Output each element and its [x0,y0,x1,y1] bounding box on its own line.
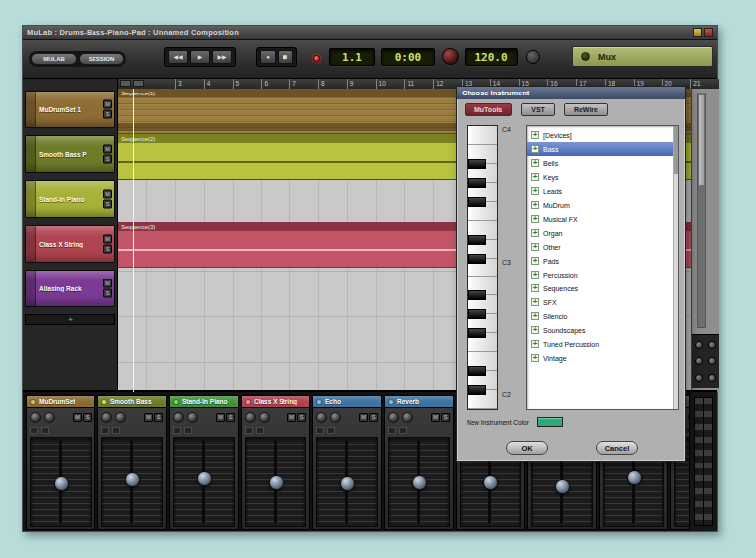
solo-button[interactable]: S [103,245,112,254]
zoom-knob[interactable] [708,357,716,365]
zoom-knob[interactable] [695,357,703,365]
dialog-tab[interactable]: MuTools [465,103,512,116]
gain-knob[interactable] [402,412,413,423]
record-button[interactable]: ● [260,50,276,64]
instrument-item[interactable]: + Leads [527,184,678,198]
volume-fader[interactable] [388,437,450,527]
zoom-knob[interactable] [695,341,703,349]
pan-knob[interactable] [316,412,327,423]
instrument-item[interactable]: + Tuned Percussion [527,337,678,351]
tap-tempo-button[interactable] [526,50,540,64]
mode-button[interactable]: MULAB [31,53,77,65]
minimize-button[interactable] [693,28,702,37]
solo-button[interactable]: S [103,155,112,164]
instrument-item[interactable]: + Vintage [527,351,678,365]
instrument-item[interactable]: + Other [527,240,678,254]
strip-option-button[interactable] [388,427,396,434]
track-item[interactable]: Aliasing Rack M S [25,270,115,307]
strip-option-button[interactable] [316,427,324,434]
mute-button[interactable]: M [73,413,82,422]
mute-button[interactable]: M [359,413,368,422]
strip-option-button[interactable] [245,427,253,434]
piano-keyboard[interactable] [467,125,498,410]
gain-knob[interactable] [44,412,55,423]
volume-fader[interactable] [173,437,235,527]
zoom-knob[interactable] [708,341,716,349]
transport-button[interactable]: ▶ [190,50,210,64]
transport-button[interactable]: ▶▶ [212,50,232,64]
solo-button[interactable]: S [226,413,235,422]
pan-knob[interactable] [388,412,399,423]
mute-button[interactable]: M [216,413,225,422]
black-key[interactable] [468,385,486,395]
strip-header[interactable]: Reverb [385,396,453,408]
solo-button[interactable]: S [103,289,112,298]
dialog-tab[interactable]: ReWire [564,103,608,116]
mute-button[interactable]: M [103,235,112,244]
instrument-item[interactable]: + Percussion [527,268,678,281]
strip-option-button[interactable] [112,427,120,434]
pan-knob[interactable] [30,412,41,423]
instrument-item[interactable]: + Keys [527,170,678,184]
mute-button[interactable]: M [103,279,112,288]
pan-knob[interactable] [173,412,184,423]
track-grip[interactable] [26,136,36,172]
black-key[interactable] [468,197,486,207]
gain-knob[interactable] [330,412,341,423]
mute-button[interactable]: M [431,413,440,422]
zoom-knob[interactable] [708,374,716,382]
white-key[interactable] [468,126,497,145]
gain-knob[interactable] [259,412,270,423]
strip-header[interactable]: Echo [313,396,381,408]
instrument-item[interactable]: + SFX [527,295,678,309]
strip-option-button[interactable] [327,427,335,434]
instrument-item[interactable]: + Musical FX [527,212,678,226]
playhead[interactable] [133,89,134,392]
strip-option-button[interactable] [256,427,264,434]
track-grip[interactable] [26,181,36,217]
black-key[interactable] [468,290,486,300]
pan-knob[interactable] [101,412,112,423]
solo-button[interactable]: S [103,110,112,119]
tempo-knob[interactable] [442,48,459,65]
pan-knob[interactable] [245,412,256,423]
instrument-item[interactable]: + MuDrum [527,198,678,212]
strip-option-button[interactable] [173,427,181,434]
vertical-scrollbar[interactable] [697,93,706,328]
black-key[interactable] [468,159,486,169]
instrument-item[interactable]: + Sequences [527,281,678,295]
strip-option-button[interactable] [41,427,49,434]
black-key[interactable] [468,254,486,264]
volume-fader[interactable] [30,437,92,527]
color-swatch[interactable] [537,417,563,427]
scrollbar-thumb[interactable] [699,95,704,185]
instrument-item[interactable]: + Organ [527,226,678,240]
black-key[interactable] [468,366,486,376]
cancel-button[interactable]: Cancel [596,441,638,455]
mux-panel[interactable]: Mux [572,46,713,67]
solo-button[interactable]: S [154,413,163,422]
instrument-item[interactable]: + Soundscapes [527,323,678,337]
volume-fader[interactable] [316,437,378,527]
strip-option-button[interactable] [30,427,38,434]
track-grip[interactable] [26,226,36,262]
strip-option-button[interactable] [184,427,192,434]
close-button[interactable] [704,28,713,37]
solo-button[interactable]: S [297,413,306,422]
strip-header[interactable]: MuDrumSet [27,396,94,408]
track-item[interactable]: Class X String M S [25,225,115,263]
list-scrollbar[interactable] [673,126,678,409]
zoom-knob[interactable] [695,374,703,382]
instrument-item[interactable]: + Pads [527,254,678,268]
mute-button[interactable]: M [103,100,112,109]
solo-button[interactable]: S [369,413,378,422]
window-titlebar[interactable]: MuLab : Drums-Bass-Piano-Pad : Unnamed C… [23,26,717,40]
black-key[interactable] [468,178,486,188]
mute-button[interactable]: M [103,145,112,154]
track-grip[interactable] [26,92,36,127]
strip-header[interactable]: Stand-In Piano [170,396,238,408]
strip-header[interactable]: Class X String [242,396,309,408]
track-item[interactable]: Smooth Bass P M S [25,135,115,173]
strip-option-button[interactable] [399,427,407,434]
track-grip[interactable] [26,271,36,306]
